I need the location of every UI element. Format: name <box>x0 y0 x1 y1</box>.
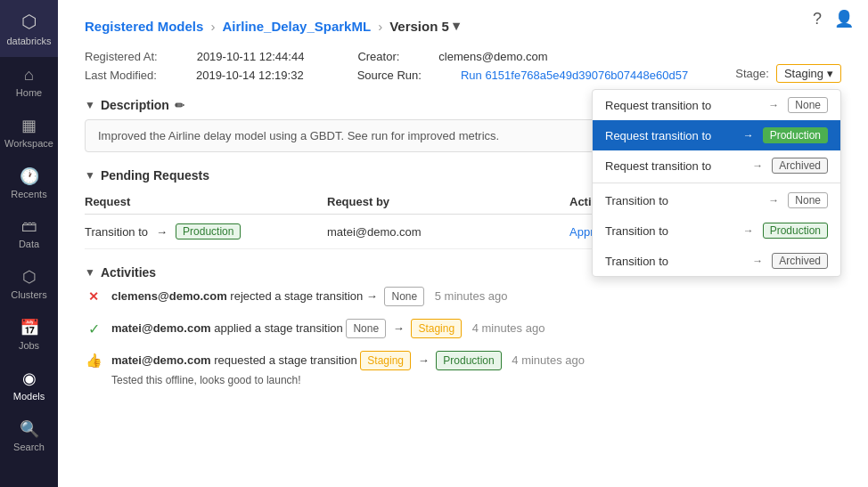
pending-toggle-icon: ▼ <box>85 169 95 182</box>
workspace-icon: ▦ <box>21 116 37 135</box>
sidebar-item-label: Jobs <box>19 340 39 351</box>
activity-actor: clemens@demo.com <box>111 289 227 303</box>
dropdown-item-transition-production[interactable]: Transition to → Production <box>593 215 840 246</box>
sidebar-item-recents[interactable]: 🕐 Recents <box>0 158 58 208</box>
arrow-icon: → <box>743 129 754 142</box>
activity-content-2: matei@demo.com applied a stage transitio… <box>111 319 545 338</box>
stage-chevron-icon: ▾ <box>827 67 833 80</box>
data-icon: 🗃 <box>21 217 37 236</box>
source-run-label: Source Run: <box>357 69 422 82</box>
activities-section: ▼ Activities ✕ clemens@demo.com rejected… <box>85 265 841 388</box>
sidebar-item-data[interactable]: 🗃 Data <box>0 208 58 258</box>
breadcrumb-model[interactable]: Airline_Delay_SparkML <box>222 19 371 34</box>
activity-action: rejected a stage transition <box>230 289 365 303</box>
archived-badge: Archived <box>772 253 828 269</box>
models-icon: ◉ <box>22 369 37 388</box>
dropdown-item-transition-none[interactable]: Transition to → None <box>593 185 840 215</box>
sidebar-item-label: Models <box>13 391 45 402</box>
meta-row-1: Registered At: 2019-10-11 12:44:44 Creat… <box>85 50 841 63</box>
from-staging-badge: Staging <box>360 351 411 370</box>
activity-item-3: 👍 matei@demo.com requested a stage trans… <box>85 351 841 388</box>
sidebar-item-workspace[interactable]: ▦ Workspace <box>0 107 58 158</box>
stage-dropdown[interactable]: Staging ▾ <box>776 64 841 83</box>
sidebar-item-clusters[interactable]: ⬡ Clusters <box>0 258 58 309</box>
clusters-icon: ⬡ <box>22 267 37 287</box>
activity-icon-thumb: 👍 <box>85 352 102 369</box>
jobs-icon: 📅 <box>20 318 39 337</box>
activity-actor: matei@demo.com <box>111 321 211 335</box>
col-header-request: Request <box>85 195 327 208</box>
stage-dropdown-menu: Request transition to → None Request tra… <box>592 89 841 277</box>
creator-label: Creator: <box>357 50 399 63</box>
stage-current-value: Staging <box>784 67 823 80</box>
dropdown-item-label: Transition to <box>605 255 743 268</box>
dropdown-item-request-archived[interactable]: Request transition to → Archived <box>593 150 840 181</box>
description-text: Improved the Airline delay model using a… <box>98 129 499 142</box>
main-content: ? 👤 Registered Models › Airline_Delay_Sp… <box>58 0 868 487</box>
dropdown-item-label: Request transition to <box>605 159 743 173</box>
activity-icon-check: ✓ <box>85 320 102 337</box>
activities-toggle-icon: ▼ <box>85 266 95 279</box>
dropdown-divider <box>593 183 840 183</box>
sidebar-item-label: Recents <box>11 189 46 199</box>
arrow-icon: → <box>393 321 405 335</box>
activity-action: requested a stage transition <box>214 353 360 367</box>
activity-item-2: ✓ matei@demo.com applied a stage transit… <box>85 319 841 338</box>
from-none-badge: None <box>346 319 386 338</box>
brand-label: databricks <box>6 36 51 46</box>
arrow-icon: → <box>768 194 779 207</box>
activity-time: 5 minutes ago <box>435 289 508 303</box>
breadcrumb-version[interactable]: Version 5 ▾ <box>389 18 460 34</box>
help-icon[interactable]: ? <box>813 10 822 28</box>
activity-icon-x: ✕ <box>85 288 102 305</box>
activity-sub: Tested this offline, looks good to launc… <box>111 372 585 388</box>
sidebar-item-search[interactable]: 🔍 Search <box>0 410 58 461</box>
search-icon: 🔍 <box>20 419 39 439</box>
dropdown-item-request-production[interactable]: Request transition to → Production <box>593 120 840 150</box>
arrow-icon: → <box>366 289 378 303</box>
activity-action: applied a stage transition <box>214 321 346 335</box>
meta-row-2: Last Modified: 2019-10-14 12:19:32 Sourc… <box>85 69 841 82</box>
production-badge: Production <box>763 127 828 143</box>
request-cell: Transition to → Production <box>85 223 327 239</box>
source-run-link[interactable]: Run 6151fe768a5e49d39076b07448e60d57 <box>461 69 688 82</box>
stage-area: Stage: Staging ▾ <box>735 64 841 83</box>
breadcrumb-root[interactable]: Registered Models <box>85 19 203 34</box>
edit-description-icon[interactable]: ✏ <box>175 99 184 112</box>
stage-label: Stage: <box>735 67 769 80</box>
pending-requests-label: Pending Requests <box>101 168 209 183</box>
to-staging-badge: Staging <box>411 319 462 338</box>
sidebar-item-home[interactable]: ⌂ Home <box>0 57 58 107</box>
sidebar-item-jobs[interactable]: 📅 Jobs <box>0 309 58 360</box>
last-modified-label: Last Modified: <box>85 69 157 82</box>
to-production-badge: Production <box>436 351 501 370</box>
registered-at-value: 2019-10-11 12:44:44 <box>197 50 305 63</box>
description-label: Description <box>101 98 169 112</box>
arrow-icon: → <box>768 99 779 111</box>
to-none-badge: None <box>384 287 424 306</box>
col-header-request-by: Request by <box>327 195 569 208</box>
creator-value: clemens@demo.com <box>438 50 547 63</box>
sidebar-brand[interactable]: ⬡ databricks <box>0 0 58 57</box>
version-dropdown-icon[interactable]: ▾ <box>453 18 460 34</box>
sidebar: ⬡ databricks ⌂ Home ▦ Workspace 🕐 Recent… <box>0 0 58 487</box>
sidebar-item-label: Data <box>19 239 39 249</box>
production-badge: Production <box>763 223 828 239</box>
description-toggle-icon: ▼ <box>85 99 95 111</box>
registered-at-label: Registered At: <box>85 50 158 63</box>
header-actions: ? 👤 <box>813 9 854 28</box>
thumbsup-icon: 👍 <box>86 353 102 369</box>
sidebar-item-label: Home <box>16 87 42 98</box>
dropdown-item-label: Request transition to <box>605 129 734 142</box>
arrow-icon: → <box>156 225 168 239</box>
sidebar-item-models[interactable]: ◉ Models <box>0 360 58 410</box>
user-icon[interactable]: 👤 <box>834 9 854 28</box>
activity-content-1: clemens@demo.com rejected a stage transi… <box>111 287 507 306</box>
home-icon: ⌂ <box>24 66 34 85</box>
arrow-icon: → <box>418 353 430 367</box>
dropdown-item-request-none[interactable]: Request transition to → None <box>593 90 840 120</box>
activity-actor: matei@demo.com <box>111 353 211 367</box>
dropdown-item-label: Transition to <box>605 194 759 207</box>
dropdown-item-transition-archived[interactable]: Transition to → Archived <box>593 246 840 276</box>
activity-time: 4 minutes ago <box>472 321 545 335</box>
